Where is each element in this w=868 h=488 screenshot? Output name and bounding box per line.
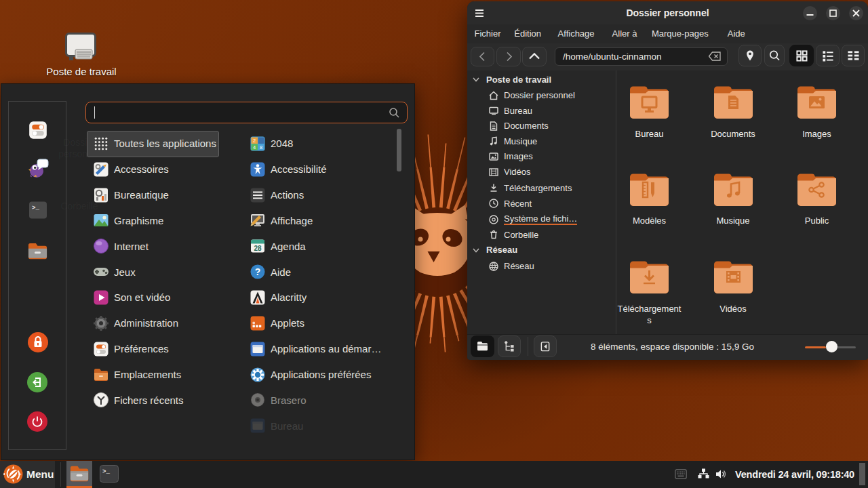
svg-text:?: ? bbox=[255, 266, 261, 277]
svg-text:4: 4 bbox=[253, 144, 256, 150]
svg-text:>_: >_ bbox=[32, 205, 39, 211]
svg-text:>_: >_ bbox=[102, 468, 110, 475]
svg-text:8: 8 bbox=[260, 144, 262, 150]
svg-text:2: 2 bbox=[253, 138, 256, 144]
svg-text:28: 28 bbox=[254, 245, 262, 252]
